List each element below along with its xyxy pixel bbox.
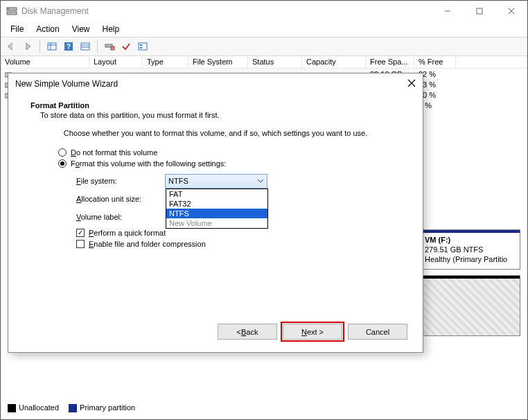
legend: Unallocated Primary partition: [8, 403, 135, 412]
dialog-heading: Format Partition: [30, 101, 406, 110]
svg-rect-4: [477, 8, 482, 14]
dropdown-hidden-text: New Volume: [166, 218, 267, 228]
legend-swatch-unallocated: [8, 404, 16, 412]
toolbar: ?: [1, 37, 527, 56]
checkbox-label: Perform a quick format: [89, 229, 166, 237]
dialog-titlebar: New Simple Volume Wizard: [8, 73, 423, 94]
toolbar-help-icon[interactable]: ?: [61, 39, 76, 54]
app-icon: [6, 6, 17, 17]
radio-icon: [58, 159, 67, 168]
toolbar-settings-icon[interactable]: [102, 39, 117, 54]
svg-rect-2: [8, 8, 9, 10]
maximize-button[interactable]: [464, 1, 495, 21]
toolbar-list-icon[interactable]: [78, 39, 93, 54]
toolbar-props-icon[interactable]: [135, 39, 150, 54]
partition-vm[interactable]: VM (F:)279.51 GB NTFSHealthy (Primary Pa…: [420, 230, 520, 269]
label-allocation-unit: Allocation unit size:: [76, 195, 165, 203]
dropdown-option[interactable]: FAT: [166, 189, 267, 199]
window-title: Disk Management: [21, 6, 89, 16]
svg-rect-16: [111, 46, 114, 50]
svg-rect-1: [7, 12, 17, 15]
wizard-dialog: New Simple Volume Wizard Format Partitio…: [8, 73, 423, 353]
menu-action[interactable]: Action: [30, 23, 64, 35]
minimize-button[interactable]: [432, 1, 464, 21]
legend-swatch-primary: [69, 404, 77, 412]
radio-label: Do not format this volume: [71, 148, 157, 157]
back-button[interactable]: < Back: [218, 324, 277, 340]
col-fs[interactable]: File System: [188, 56, 248, 68]
svg-rect-19: [140, 47, 142, 49]
chevron-down-icon: [257, 177, 264, 186]
col-status[interactable]: Status: [248, 56, 302, 68]
dropdown-option[interactable]: NTFS: [166, 209, 267, 218]
checkbox-label: Enable file and folder compression: [89, 240, 206, 248]
col-free[interactable]: Free Spa...: [366, 56, 414, 68]
svg-rect-17: [139, 43, 147, 50]
dialog-close-button[interactable]: [407, 79, 416, 89]
dialog-title: New Simple Volume Wizard: [15, 79, 118, 89]
checkbox-compression[interactable]: Enable file and folder compression: [76, 240, 406, 248]
next-button[interactable]: Next >: [283, 324, 342, 340]
svg-rect-7: [48, 43, 56, 50]
titlebar: Disk Management: [1, 1, 527, 21]
select-file-system[interactable]: NTFS FAT FAT32 NTFS New Volume: [165, 174, 267, 189]
svg-rect-18: [140, 44, 142, 46]
col-volume[interactable]: Volume: [1, 56, 89, 68]
label-file-system: File system:: [76, 177, 165, 185]
col-capacity[interactable]: Capacity: [302, 56, 366, 68]
checkbox-icon: [76, 240, 85, 248]
col-type[interactable]: Type: [143, 56, 188, 68]
checkbox-quick-format[interactable]: ✓ Perform a quick format: [76, 229, 406, 237]
select-value: NTFS: [168, 177, 188, 185]
cancel-button[interactable]: Cancel: [348, 324, 407, 340]
col-layout[interactable]: Layout: [89, 56, 143, 68]
svg-rect-12: [81, 43, 89, 50]
volume-list-header: Volume Layout Type File System Status Ca…: [1, 56, 527, 69]
nav-back-button[interactable]: [3, 39, 19, 54]
radio-format[interactable]: Format this volume with the following se…: [58, 159, 406, 168]
close-button[interactable]: [495, 1, 527, 21]
checkbox-icon: ✓: [76, 229, 85, 237]
toolbar-check-icon[interactable]: [118, 39, 134, 54]
label-volume-label: Volume label:: [76, 213, 165, 221]
dropdown-option[interactable]: FAT32: [166, 199, 267, 209]
dialog-prompt: Choose whether you want to format this v…: [25, 129, 406, 137]
menu-help[interactable]: Help: [97, 23, 125, 35]
nav-forward-button[interactable]: [20, 39, 35, 54]
col-pct[interactable]: % Free: [414, 56, 456, 68]
dialog-subheading: To store data on this partition, you mus…: [40, 111, 406, 119]
dropdown-list: FAT FAT32 NTFS New Volume: [166, 189, 268, 229]
svg-text:?: ?: [67, 43, 71, 51]
radio-label: Format this volume with the following se…: [71, 159, 226, 168]
menu-view[interactable]: View: [67, 23, 96, 35]
menu-file[interactable]: File: [5, 23, 29, 35]
radio-icon: [58, 148, 67, 157]
radio-no-format[interactable]: Do not format this volume: [58, 148, 406, 157]
toolbar-refresh-icon[interactable]: [44, 39, 60, 54]
menubar: File Action View Help: [1, 21, 527, 37]
